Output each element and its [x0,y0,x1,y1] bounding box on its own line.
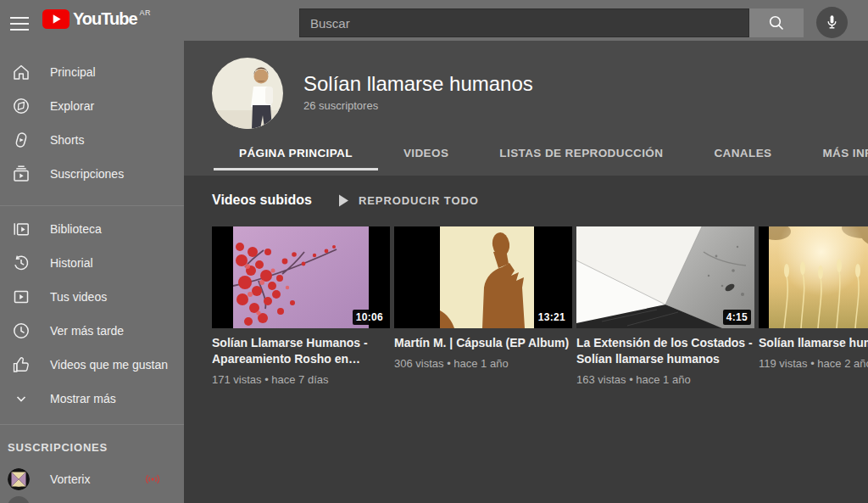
video-thumbnail[interactable]: 4:15 [576,226,754,328]
search-icon [766,13,787,33]
sidebar-item-tus-videos[interactable]: Tus videos [0,280,184,314]
subscriptions-header: SUSCRIPCIONES [8,441,108,454]
mic-icon [822,13,842,32]
video-card: 4:15 La Extensión de los Costados - Solí… [576,226,754,386]
sidebar-item-ver-mas-tarde[interactable]: Ver más tarde [0,314,184,348]
video-thumbnail[interactable]: 13:21 [394,226,572,328]
logo-country-code: AR [140,8,152,17]
play-icon [337,193,350,208]
sidebar-item-principal[interactable]: Principal [0,55,184,89]
watch-later-icon [11,321,31,341]
thumbnail-art-field [769,226,868,328]
sidebar-item-shorts[interactable]: Shorts [0,123,184,157]
video-meta: 163 vistas • hace 1 año [576,373,754,386]
tab-canales[interactable]: CANALES [688,137,797,170]
video-thumbnail[interactable] [759,226,868,328]
video-card: 10:06 Solían Llamarse Humanos - Apareami… [212,226,390,386]
channel-avatar [212,58,283,129]
sidebar-item-biblioteca[interactable]: Biblioteca [0,212,184,246]
search-bar [299,8,804,37]
sidebar-item-mostrar-mas[interactable]: Mostrar más [0,382,184,416]
search-input[interactable] [299,8,749,37]
channel-header: Solían llamarse humanos 26 suscriptores … [184,41,868,176]
compass-icon [11,96,31,116]
sidebar-item-explorar[interactable]: Explorar [0,89,184,123]
sidebar-item-videos-que-me-gustan[interactable]: Videos que me gustan [0,348,184,382]
thumbs-up-icon [11,355,31,375]
logo-wordmark: YouTube [73,9,137,29]
video-title[interactable]: Solían llamarse humanos - Luz [759,335,868,351]
tab-pagina-principal[interactable]: PÁGINA PRINCIPAL [214,137,378,170]
topbar: YouTube AR [0,0,868,41]
subscriber-count: 26 suscriptores [303,99,378,112]
sidebar-item-historial[interactable]: Historial [0,246,184,280]
tab-mas-informacion[interactable]: MÁS INFORMACIÓN [797,137,868,170]
section-title: Videos subidos [212,193,312,208]
video-meta: 171 vistas • hace 7 días [212,373,390,386]
sidebar-divider [0,205,184,206]
live-icon [145,473,160,485]
play-all-button[interactable]: REPRODUCIR TODO [337,193,479,208]
menu-icon[interactable] [10,13,29,28]
library-icon [11,219,31,239]
video-meta: 306 vistas • hace 1 año [394,357,572,370]
next-subscription-avatar[interactable] [8,496,30,503]
subscriptions-icon [11,164,31,184]
youtube-play-icon [42,9,70,29]
sidebar-item-suscripciones[interactable]: Suscripciones [0,157,184,191]
video-meta: 119 vistas • hace 2 años [759,357,868,370]
main-content: Solían llamarse humanos 26 suscriptores … [184,41,868,503]
chevron-down-icon [11,388,31,409]
channel-tabs: PÁGINA PRINCIPAL VIDEOS LISTAS DE REPROD… [214,137,868,170]
sidebar-divider [0,424,184,425]
history-icon [11,253,31,273]
duration-badge: 4:15 [723,310,751,325]
duration-badge: 13:21 [535,310,569,325]
search-button[interactable] [749,8,804,37]
video-title[interactable]: Martín M. | Cápsula (EP Album) [394,335,570,351]
thumbnail-art-blossoms [233,226,369,328]
video-title[interactable]: La Extensión de los Costados - Solían ll… [576,335,753,367]
channel-name: Solían llamarse humanos [303,72,533,96]
video-card: Solían llamarse humanos - Luz 119 vistas… [759,226,868,370]
thumbnail-art-silhouette [440,226,534,328]
home-icon [11,62,31,82]
shorts-icon [11,130,31,150]
uploads-section: Videos subidos REPRODUCIR TODO [184,176,868,503]
video-thumbnail[interactable]: 10:06 [212,226,390,328]
vorterix-avatar [8,468,30,490]
tab-videos[interactable]: VIDEOS [378,137,474,170]
youtube-logo[interactable]: YouTube AR [42,9,151,29]
duration-badge: 10:06 [353,310,387,325]
your-videos-icon [11,287,31,307]
sidebar-item-vorterix[interactable]: Vorterix [0,462,184,496]
video-title[interactable]: Solían Llamarse Humanos - Apareamiento R… [212,335,388,367]
voice-search-button[interactable] [816,7,848,38]
tab-listas-de-reproduccion[interactable]: LISTAS DE REPRODUCCIÓN [474,137,688,170]
video-card: 13:21 Martín M. | Cápsula (EP Album) 306… [394,226,572,370]
sidebar: Principal Explorar Shorts Suscripciones [0,41,184,503]
